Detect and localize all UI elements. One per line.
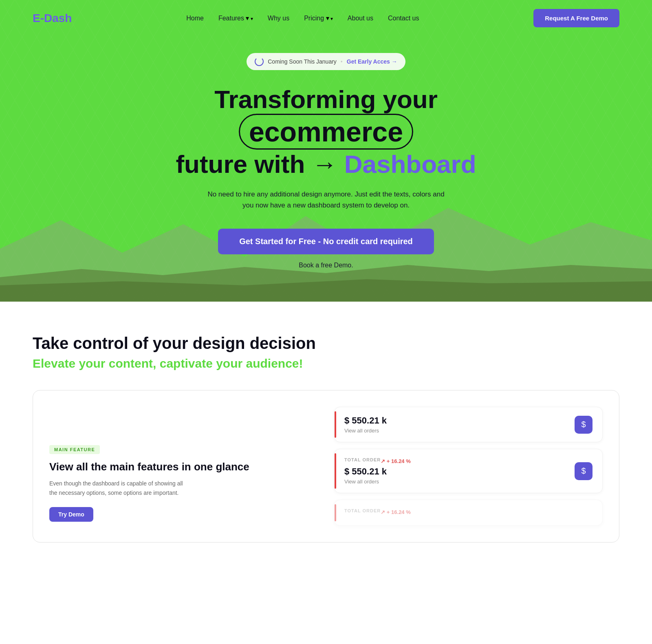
hero-section: Coming Soon This January • Get Early Acc… [0, 0, 652, 302]
stat-value-1: $ 550.21 k [344, 415, 387, 426]
features-section: Take control of your design decision Ele… [0, 302, 652, 567]
stat-label-1: View all orders [344, 428, 387, 434]
stat-trend-2: + 16.24 % [381, 458, 411, 464]
stat-card-2: TOTAL ORDER + 16.24 % $ 550.21 k View al… [334, 449, 603, 493]
hero-title-part1: Transforming your [214, 85, 438, 113]
stat-value-2: $ 550.21 k [344, 466, 411, 477]
hero-demo-link[interactable]: Book a free Demo. [299, 262, 353, 269]
feature-card-container: MAIN FEATURE View all the main features … [33, 390, 619, 543]
nav-item-whyus[interactable]: Why us [268, 15, 289, 22]
hero-subtitle: No need to hire any additional design an… [204, 189, 448, 211]
nav-item-features[interactable]: Features ▾ [218, 14, 253, 22]
svg-marker-0 [0, 208, 652, 302]
stat-icon-1: $ [575, 416, 593, 434]
stat-info-1: $ 550.21 k View all orders [344, 415, 387, 434]
feature-card-title: View all the main features in one glance [49, 461, 318, 473]
stat-trend-3: + 16.24 % [381, 509, 411, 515]
spinner-icon [255, 57, 264, 66]
main-feature-badge: MAIN FEATURE [49, 445, 100, 454]
brand-logo: E-Dash [33, 12, 72, 25]
nav-item-pricing[interactable]: Pricing ▾ [304, 14, 333, 22]
badge-text: Coming Soon This January [268, 58, 337, 65]
stat-info-3: TOTAL ORDER + 16.24 % [344, 508, 411, 517]
nav-links: Home Features ▾ Why us Pricing ▾ About u… [186, 14, 419, 22]
try-demo-button[interactable]: Try Demo [49, 507, 93, 522]
stat-card-1: $ 550.21 k View all orders $ [334, 407, 603, 442]
early-access-link[interactable]: Get Early Acces → [347, 58, 397, 65]
svg-marker-1 [0, 265, 652, 302]
features-subheading: Elevate your content, captivate your aud… [33, 357, 619, 371]
hero-title: Transforming your ecommerce future with … [143, 85, 509, 179]
navbar: E-Dash Home Features ▾ Why us Pricing ▾ … [0, 0, 652, 36]
hero-title-part2: future with [176, 150, 305, 178]
feature-right-panel: $ 550.21 k View all orders $ TOTAL ORDER… [334, 407, 603, 526]
stat-badge-label-2: TOTAL ORDER [344, 457, 381, 462]
nav-item-home[interactable]: Home [186, 15, 204, 22]
hero-title-highlight: ecommerce [239, 114, 413, 150]
hero-dashboard: Dashboard [344, 150, 476, 178]
hero-cta-button[interactable]: Get Started for Free - No credit card re… [218, 229, 434, 254]
stat-card-3: TOTAL ORDER + 16.24 % [334, 500, 603, 526]
svg-marker-2 [0, 279, 652, 302]
request-demo-button[interactable]: Request A Free Demo [533, 9, 619, 27]
stat-info-2: TOTAL ORDER + 16.24 % $ 550.21 k View al… [344, 457, 411, 485]
nav-item-contact[interactable]: Contact us [388, 15, 419, 22]
feature-card-description: Even though the dashboard is capable of … [49, 479, 188, 497]
badge-dot: • [341, 58, 343, 65]
stat-label-2: View all orders [344, 479, 411, 485]
stat-icon-2: $ [575, 462, 593, 480]
nav-item-about[interactable]: About us [348, 15, 373, 22]
stat-badge-label-3: TOTAL ORDER [344, 508, 381, 513]
hero-arrow: → [312, 150, 344, 178]
hero-demo-link-container: Book a free Demo. [299, 262, 353, 269]
feature-left-panel: MAIN FEATURE View all the main features … [49, 407, 318, 526]
announcement-badge: Coming Soon This January • Get Early Acc… [247, 53, 405, 70]
features-heading: Take control of your design decision [33, 334, 619, 353]
